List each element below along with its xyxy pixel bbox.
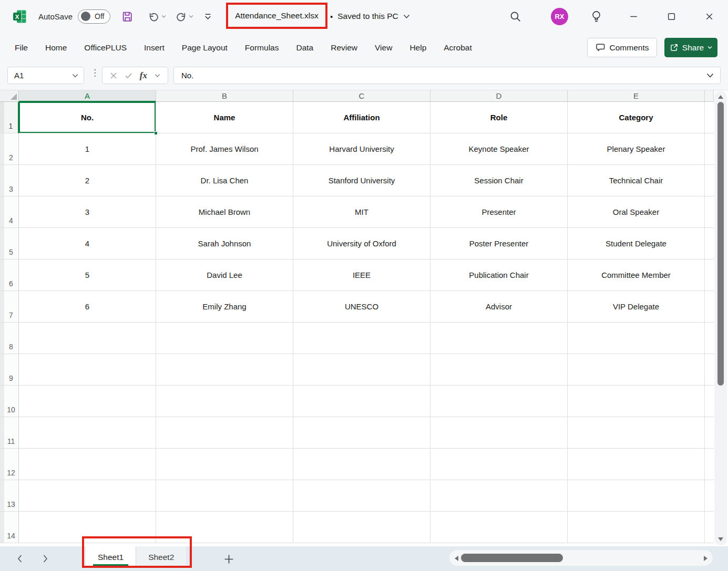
cell-B1[interactable]: Name <box>156 102 293 133</box>
cell-B9[interactable] <box>156 354 293 386</box>
ribbon-tab-page-layout[interactable]: Page Layout <box>182 43 228 53</box>
cell-E2[interactable]: Plenary Speaker <box>568 133 705 165</box>
row-header-4[interactable]: 4 <box>0 196 19 228</box>
cell-D7[interactable]: Advisor <box>430 291 568 323</box>
cell-A10[interactable] <box>19 386 156 417</box>
cell-B2[interactable]: Prof. James Wilson <box>156 133 293 165</box>
fx-dropdown-icon[interactable] <box>155 74 160 78</box>
cell-B11[interactable] <box>156 417 293 449</box>
row-header-6[interactable]: 6 <box>0 259 19 291</box>
cell-C3[interactable]: Stanford University <box>293 165 430 196</box>
horizontal-scroll-thumb[interactable] <box>461 554 563 562</box>
row-header-2[interactable]: 2 <box>0 133 19 165</box>
column-header-C[interactable]: C <box>293 90 430 102</box>
row-header-7[interactable]: 7 <box>0 291 19 323</box>
column-header-B[interactable]: B <box>156 90 293 102</box>
row-header-8[interactable]: 8 <box>0 323 19 354</box>
share-button[interactable]: Share <box>664 38 717 57</box>
cell-C10[interactable] <box>293 386 430 417</box>
add-sheet-button[interactable] <box>222 552 235 566</box>
cell-C2[interactable]: Harvard University <box>293 133 430 165</box>
search-icon[interactable] <box>506 7 525 26</box>
ribbon-tab-formulas[interactable]: Formulas <box>245 43 279 53</box>
previous-sheet-icon[interactable] <box>17 554 23 563</box>
cell-E10[interactable] <box>568 386 705 417</box>
cell-B6[interactable]: David Lee <box>156 259 293 291</box>
cell-B5[interactable]: Sarah Johnson <box>156 228 293 259</box>
cell-E8[interactable] <box>568 323 705 354</box>
vertical-scrollbar[interactable] <box>714 91 727 545</box>
ribbon-tab-file[interactable]: File <box>15 43 28 53</box>
save-icon[interactable] <box>118 7 137 26</box>
cell-C12[interactable] <box>293 449 430 480</box>
cell-D4[interactable]: Presenter <box>430 196 568 228</box>
horizontal-scrollbar[interactable] <box>449 550 713 566</box>
row-header-12[interactable]: 12 <box>0 449 19 480</box>
formula-input[interactable]: No. <box>173 67 721 84</box>
cell-D5[interactable]: Poster Presenter <box>430 228 568 259</box>
cell-D14[interactable] <box>430 512 568 543</box>
cell-E5[interactable]: Student Delegate <box>568 228 705 259</box>
cell-B14[interactable] <box>156 512 293 543</box>
cell-C11[interactable] <box>293 417 430 449</box>
cell-C14[interactable] <box>293 512 430 543</box>
cell-C13[interactable] <box>293 480 430 512</box>
cell-A14[interactable] <box>19 512 156 543</box>
cell-A13[interactable] <box>19 480 156 512</box>
scroll-right-icon[interactable] <box>703 555 708 562</box>
ribbon-tab-acrobat[interactable]: Acrobat <box>444 43 471 53</box>
maximize-button[interactable] <box>662 7 681 26</box>
ribbon-tab-review[interactable]: Review <box>331 43 357 53</box>
excel-logo-icon[interactable]: X <box>13 9 27 24</box>
account-avatar[interactable]: RX <box>551 8 568 25</box>
cell-D12[interactable] <box>430 449 568 480</box>
sheet-tab-sheet1[interactable]: Sheet1 <box>86 546 136 568</box>
cell-A2[interactable]: 1 <box>19 133 156 165</box>
cancel-icon[interactable] <box>110 72 117 79</box>
cell-A12[interactable] <box>19 449 156 480</box>
ribbon-tab-data[interactable]: Data <box>296 43 313 53</box>
row-header-10[interactable]: 10 <box>0 386 19 417</box>
cell-A4[interactable]: 3 <box>19 196 156 228</box>
cell-A5[interactable]: 4 <box>19 228 156 259</box>
cell-D11[interactable] <box>430 417 568 449</box>
cell-B8[interactable] <box>156 323 293 354</box>
cell-D9[interactable] <box>430 354 568 386</box>
expand-formula-bar-icon[interactable] <box>706 73 714 78</box>
cell-B3[interactable]: Dr. Lisa Chen <box>156 165 293 196</box>
minimize-button[interactable] <box>624 7 643 26</box>
cell-E7[interactable]: VIP Delegate <box>568 291 705 323</box>
ribbon-tab-view[interactable]: View <box>375 43 392 53</box>
column-header-A[interactable]: A <box>19 90 156 102</box>
ribbon-tab-help[interactable]: Help <box>409 43 426 53</box>
fill-handle[interactable] <box>154 131 158 135</box>
cell-E9[interactable] <box>568 354 705 386</box>
redo-button[interactable] <box>176 12 193 22</box>
scroll-left-icon[interactable] <box>454 555 459 562</box>
cell-D8[interactable] <box>430 323 568 354</box>
comments-button[interactable]: Comments <box>587 38 657 57</box>
undo-button[interactable] <box>148 12 166 22</box>
cell-C6[interactable]: IEEE <box>293 259 430 291</box>
cell-C5[interactable]: University of Oxford <box>293 228 430 259</box>
cell-B13[interactable] <box>156 480 293 512</box>
cell-B4[interactable]: Michael Brown <box>156 196 293 228</box>
ribbon-tab-officeplus[interactable]: OfficePLUS <box>84 43 127 53</box>
document-title[interactable]: Attendance_Sheet.xlsx <box>226 3 327 29</box>
row-header-9[interactable]: 9 <box>0 354 19 386</box>
vertical-scroll-thumb[interactable] <box>717 102 724 386</box>
cell-D2[interactable]: Keynote Speaker <box>430 133 568 165</box>
save-status[interactable]: • Saved to this PC <box>330 0 410 33</box>
cell-A7[interactable]: 6 <box>19 291 156 323</box>
column-header-D[interactable]: D <box>430 90 568 102</box>
cell-C1[interactable]: Affiliation <box>293 102 430 133</box>
column-header-E[interactable]: E <box>568 90 705 102</box>
insert-function-button[interactable]: fx <box>140 70 147 81</box>
formula-bar-handle[interactable]: ⋮ <box>90 67 99 78</box>
cell-E14[interactable] <box>568 512 705 543</box>
next-sheet-icon[interactable] <box>42 554 48 563</box>
cell-A9[interactable] <box>19 354 156 386</box>
row-header-1[interactable]: 1 <box>0 102 19 133</box>
cell-A11[interactable] <box>19 417 156 449</box>
cell-E3[interactable]: Technical Chair <box>568 165 705 196</box>
